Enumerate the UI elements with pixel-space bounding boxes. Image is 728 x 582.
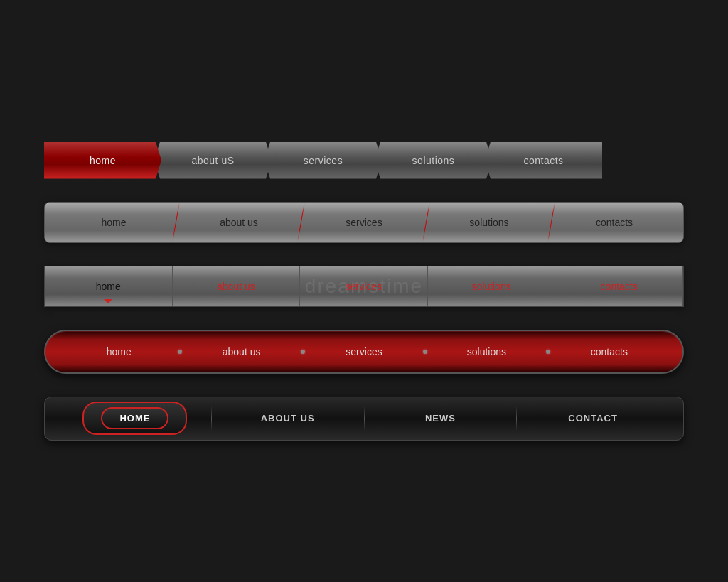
navbar-2: home about us services solutions contact… (44, 202, 684, 243)
nav5-bar: HOME ABOUT US NEWS CONTACT (44, 397, 684, 441)
nav5-item-about[interactable]: ABOUT US (212, 413, 364, 424)
nav2-item-services[interactable]: services (302, 203, 426, 242)
nav3-bar: home about us services solutions contact… (44, 266, 684, 307)
nav3-item-services[interactable]: services (300, 266, 428, 306)
nav5-item-home[interactable]: HOME (59, 402, 211, 435)
nav4-item-solutions[interactable]: solutions (427, 346, 545, 357)
nav2-item-home[interactable]: home (52, 203, 176, 242)
nav1-item-about[interactable]: about uS (154, 142, 272, 179)
nav3-item-about[interactable]: about us (173, 266, 301, 306)
nav2-bar: home about us services solutions contact… (44, 202, 684, 243)
nav3-item-home[interactable]: home (45, 266, 173, 306)
nav1-bar: home about uS services solutions contact… (44, 142, 602, 179)
navbar-4: home about us services solutions contact… (44, 330, 684, 374)
nav2-item-solutions[interactable]: solutions (427, 203, 551, 242)
nav2-item-about[interactable]: about us (177, 203, 301, 242)
nav1-item-home[interactable]: home (44, 142, 161, 179)
nav1-item-services[interactable]: services (264, 142, 382, 179)
nav4-bar: home about us services solutions contact… (44, 330, 684, 374)
nav4-item-about[interactable]: about us (182, 346, 300, 357)
nav4-item-services[interactable]: services (305, 346, 423, 357)
navbar-5: HOME ABOUT US NEWS CONTACT (44, 397, 684, 441)
nav3-item-solutions[interactable]: solutions (428, 266, 556, 306)
nav5-item-contact[interactable]: CONTACT (517, 413, 669, 424)
nav4-item-contacts[interactable]: contacts (550, 346, 668, 357)
navbar-1: home about uS services solutions contact… (44, 142, 684, 179)
nav4-item-home[interactable]: home (60, 346, 178, 357)
nav1-item-contacts[interactable]: contacts (485, 142, 602, 179)
nav1-item-solutions[interactable]: solutions (375, 142, 492, 179)
nav3-item-contacts[interactable]: contacts (555, 266, 683, 306)
navbar-3: home about us services solutions contact… (44, 266, 684, 307)
nav2-item-contacts[interactable]: contacts (552, 203, 676, 242)
nav5-item-news[interactable]: NEWS (365, 413, 517, 424)
